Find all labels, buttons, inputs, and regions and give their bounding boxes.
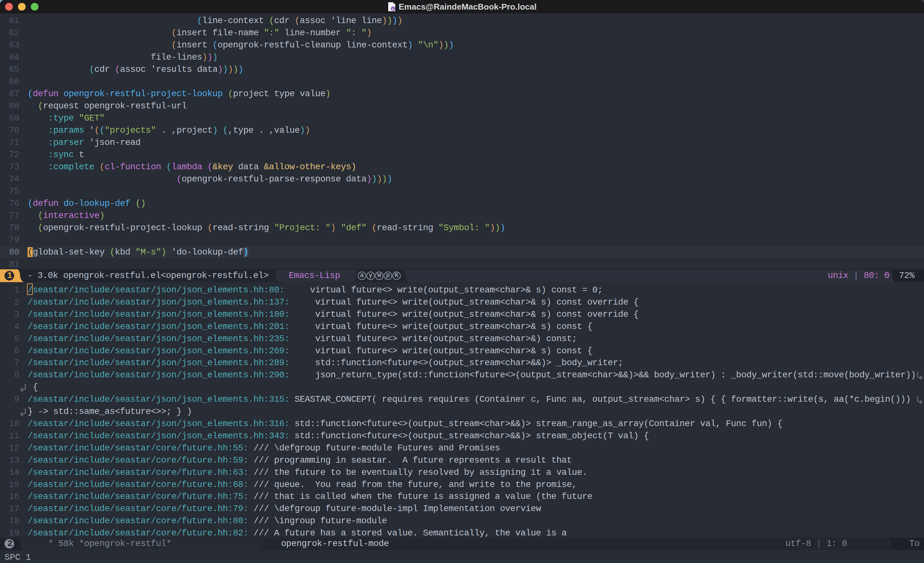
svg-text:e: e (392, 7, 394, 11)
